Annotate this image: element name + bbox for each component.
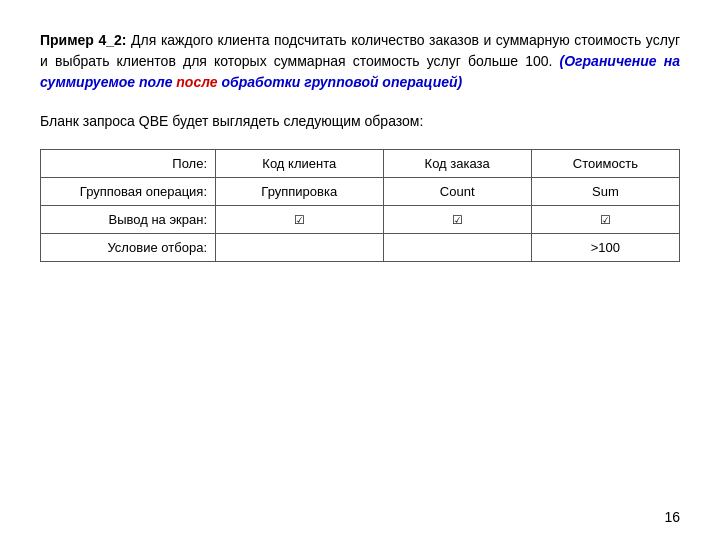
cell-display-col3: ☑ [531,206,679,234]
table-row: Групповая операция: Группировка Count Su… [41,178,680,206]
row-header-group: Групповая операция: [41,178,216,206]
cell-condition-col3: >100 [531,234,679,262]
cell-pole-col1: Код клиента [216,150,384,178]
cell-pole-col3: Стоимость [531,150,679,178]
page-number: 16 [664,509,680,525]
subtitle-text: Бланк запроса QBE будет выглядеть следую… [40,113,680,129]
checkbox-icon-2: ☑ [452,213,463,227]
cell-group-col3: Sum [531,178,679,206]
main-paragraph: Пример 4_2: Для каждого клиента подсчита… [40,30,680,93]
qbe-table-wrapper: Поле: Код клиента Код заказа Стоимость Г… [40,149,680,262]
cell-display-col1: ☑ [216,206,384,234]
row-header-display: Вывод на экран: [41,206,216,234]
cell-group-col1: Группировка [216,178,384,206]
cell-pole-col2: Код заказа [383,150,531,178]
cell-condition-col1 [216,234,384,262]
table-row: Вывод на экран: ☑ ☑ ☑ [41,206,680,234]
cell-display-col2: ☑ [383,206,531,234]
row-header-condition: Условие отбора: [41,234,216,262]
table-row: Поле: Код клиента Код заказа Стоимость [41,150,680,178]
cell-condition-col2 [383,234,531,262]
checkbox-icon-1: ☑ [294,213,305,227]
checkbox-icon-3: ☑ [600,213,611,227]
row-header-pole: Поле: [41,150,216,178]
paragraph-italic-blue-2: обработки групповой операцией) [218,74,463,90]
cell-group-col2: Count [383,178,531,206]
table-row: Условие отбора: >100 [41,234,680,262]
page-container: Пример 4_2: Для каждого клиента подсчита… [0,0,720,540]
qbe-table: Поле: Код клиента Код заказа Стоимость Г… [40,149,680,262]
paragraph-prefix: Пример 4_2: [40,32,127,48]
paragraph-italic-red: после [176,74,217,90]
